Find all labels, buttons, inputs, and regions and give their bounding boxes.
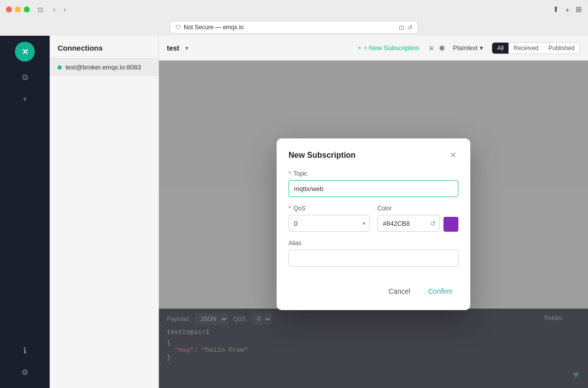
qos-required: *	[289, 205, 291, 212]
minimize-traffic-light[interactable]	[15, 6, 21, 12]
plus-icon: +	[22, 95, 27, 104]
color-input-wrapper: ↺	[377, 215, 440, 232]
qos-select[interactable]: 0 1 2	[289, 215, 369, 232]
qos-color-row: * QoS 0 1 2 ▾	[289, 205, 458, 232]
color-input-row: ↺	[377, 215, 458, 232]
topic-form-group: * Topic	[289, 170, 458, 197]
share-button[interactable]: ⬆	[553, 5, 559, 14]
connection-name: test@broker.emqx.io:8083	[66, 64, 141, 71]
alias-input[interactable]	[289, 250, 458, 266]
title-dropdown-chevron[interactable]: ▾	[185, 45, 188, 52]
title-bar: ⊡ ‹ › ⬆ + ⊞	[0, 0, 588, 19]
app-logo[interactable]: ✕	[15, 42, 35, 62]
topic-label: * Topic	[289, 170, 458, 177]
list-view-button[interactable]: ≡	[427, 42, 436, 54]
main-area: Payload: JSON QoS: 0 Retain: testtopic/1…	[159, 61, 588, 388]
topic-input[interactable]	[289, 180, 458, 197]
color-form-group: Color ↺	[377, 205, 458, 232]
dialog-title: New Subscription	[289, 151, 356, 160]
sidebar-info-button[interactable]: ℹ	[16, 341, 34, 359]
color-label: Color	[377, 205, 458, 212]
reader-icon[interactable]: ⊡	[399, 24, 404, 31]
connection-status-indicator	[440, 46, 444, 51]
sidebar-add-button[interactable]: +	[16, 90, 34, 108]
sidebar-copy-button[interactable]: ⧉	[16, 68, 34, 86]
nav-forward-button[interactable]: ›	[62, 4, 68, 14]
new-sub-label: + New Subscription	[364, 44, 419, 52]
alias-form-group: Alias	[289, 240, 458, 266]
filter-received-button[interactable]: Received	[509, 43, 543, 54]
cancel-button[interactable]: Cancel	[382, 284, 416, 298]
shield-icon: 🛡	[175, 24, 181, 30]
new-subscription-button[interactable]: + + New Subscription	[354, 42, 423, 54]
info-icon: ℹ	[23, 346, 26, 355]
main-content: test ▾ + + New Subscription ≡ Plaintext …	[159, 36, 588, 388]
dialog-close-button[interactable]: ✕	[448, 150, 458, 160]
confirm-button[interactable]: Confirm	[422, 284, 458, 298]
connections-panel: Connections test@broker.emqx.io:8083	[50, 36, 159, 388]
sidebar-bottom: ℹ ⚙	[16, 340, 34, 382]
browser-chrome: ⊡ ‹ › ⬆ + ⊞ 🛡 Not Secure — emqx.io ⊡ ↺	[0, 0, 588, 36]
filter-published-button[interactable]: Published	[543, 43, 580, 54]
new-sub-plus-icon: +	[358, 44, 362, 52]
grid-button[interactable]: ⊞	[576, 5, 582, 14]
dialog-footer: Cancel Confirm	[289, 276, 458, 298]
logo-icon: ✕	[22, 47, 28, 57]
format-chevron: ▾	[480, 44, 483, 52]
top-toolbar: test ▾ + + New Subscription ≡ Plaintext …	[159, 36, 588, 61]
modal-overlay[interactable]: New Subscription ✕ * Topic *	[159, 61, 588, 388]
new-tab-button[interactable]: +	[565, 5, 570, 14]
topic-required: *	[289, 170, 291, 177]
filter-all-button[interactable]: All	[492, 43, 509, 54]
connections-header: Connections	[50, 36, 158, 59]
app-container: ✕ ⧉ + ℹ ⚙ Connections test@broker.emqx.i…	[0, 36, 588, 388]
settings-icon: ⚙	[21, 368, 28, 377]
refresh-icon[interactable]: ↺	[407, 24, 413, 31]
address-bar-row: 🛡 Not Secure — emqx.io ⊡ ↺	[0, 19, 588, 36]
close-traffic-light[interactable]	[6, 6, 12, 12]
connection-status-dot	[58, 65, 62, 69]
qos-form-group: * QoS 0 1 2 ▾	[289, 205, 369, 232]
sidebar-settings-button[interactable]: ⚙	[16, 363, 34, 381]
traffic-lights	[6, 6, 30, 12]
address-text: Not Secure — emqx.io	[184, 24, 244, 31]
nav-back-button[interactable]: ‹	[51, 4, 58, 14]
qos-label: * QoS	[289, 205, 369, 212]
browser-actions: ⬆ + ⊞	[553, 5, 582, 14]
qos-select-wrapper: 0 1 2 ▾	[289, 215, 369, 232]
color-refresh-button[interactable]: ↺	[430, 220, 436, 227]
format-selector[interactable]: Plaintext ▾	[448, 42, 488, 54]
alias-label: Alias	[289, 240, 458, 247]
maximize-traffic-light[interactable]	[24, 6, 30, 12]
connection-item[interactable]: test@broker.emqx.io:8083	[50, 59, 158, 76]
connection-title: test	[167, 44, 179, 52]
address-bar[interactable]: 🛡 Not Secure — emqx.io ⊡ ↺	[170, 21, 418, 34]
sidebar: ✕ ⧉ + ℹ ⚙	[0, 36, 50, 388]
filter-buttons: All Received Published	[492, 42, 580, 54]
copy-icon: ⧉	[22, 73, 28, 82]
color-swatch[interactable]	[443, 217, 458, 232]
list-icon: ≡	[429, 44, 434, 52]
dialog-header: New Subscription ✕	[289, 150, 458, 160]
new-subscription-dialog: New Subscription ✕ * Topic *	[277, 138, 470, 310]
tab-switcher-button[interactable]: ⊡	[38, 6, 43, 13]
format-label: Plaintext	[453, 44, 478, 52]
